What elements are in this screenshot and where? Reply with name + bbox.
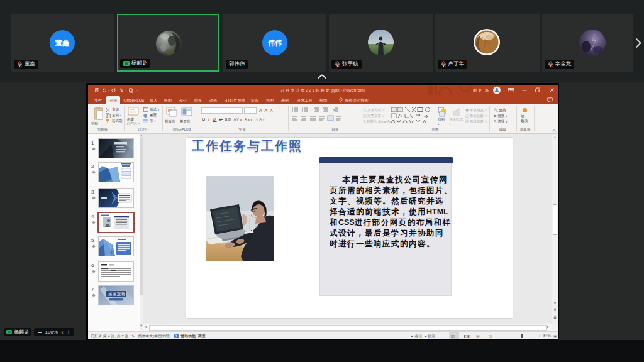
- svg-text:感谢观看!: 感谢观看!: [108, 292, 128, 297]
- svg-text:麒龙 杨: 麒龙 杨: [473, 88, 490, 93]
